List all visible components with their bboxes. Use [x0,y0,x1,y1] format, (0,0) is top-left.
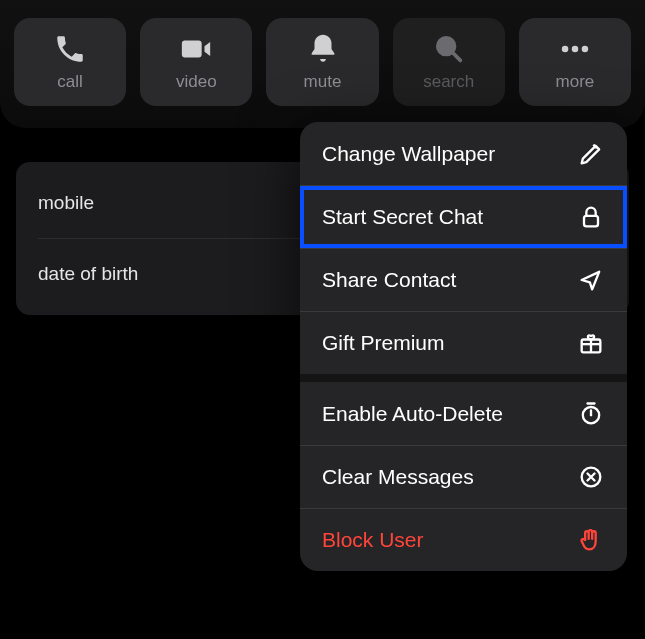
menu-item-share-contact[interactable]: Share Contact [300,248,627,311]
menu-label: Change Wallpaper [322,142,577,166]
search-icon [432,32,466,66]
video-button[interactable]: video [140,18,252,106]
menu-item-start-secret-chat[interactable]: Start Secret Chat [300,185,627,248]
menu-item-gift-premium[interactable]: Gift Premium [300,311,627,374]
search-label: search [423,72,474,92]
bell-icon [306,32,340,66]
menu-label: Share Contact [322,268,577,292]
clear-chat-icon [577,463,605,491]
call-button[interactable]: call [14,18,126,106]
profile-action-header: call video mute search more [0,0,645,128]
mute-label: mute [304,72,342,92]
svg-rect-4 [584,216,598,227]
menu-group-2: Enable Auto-Delete Clear Messages Block … [300,374,627,571]
hand-icon [577,526,605,554]
menu-label: Gift Premium [322,331,577,355]
call-label: call [57,72,83,92]
menu-group-1: Change Wallpaper Start Secret Chat Share… [300,122,627,374]
menu-item-block-user[interactable]: Block User [300,508,627,571]
search-button[interactable]: search [393,18,505,106]
menu-item-clear-messages[interactable]: Clear Messages [300,445,627,508]
action-row: call video mute search more [14,18,631,106]
timer-icon [577,400,605,428]
menu-label: Block User [322,528,577,552]
svg-point-3 [582,46,589,53]
more-label: more [556,72,595,92]
video-label: video [176,72,217,92]
svg-point-1 [562,46,569,53]
svg-point-2 [572,46,579,53]
gift-icon [577,329,605,357]
menu-item-enable-auto-delete[interactable]: Enable Auto-Delete [300,382,627,445]
share-icon [577,266,605,294]
brush-icon [577,140,605,168]
menu-label: Enable Auto-Delete [322,402,577,426]
lock-icon [577,203,605,231]
menu-item-change-wallpaper[interactable]: Change Wallpaper [300,122,627,185]
menu-label: Start Secret Chat [322,205,577,229]
more-button[interactable]: more [519,18,631,106]
more-icon [558,32,592,66]
mute-button[interactable]: mute [266,18,378,106]
menu-label: Clear Messages [322,465,577,489]
phone-icon [53,32,87,66]
video-icon [179,32,213,66]
more-menu: Change Wallpaper Start Secret Chat Share… [300,122,627,571]
